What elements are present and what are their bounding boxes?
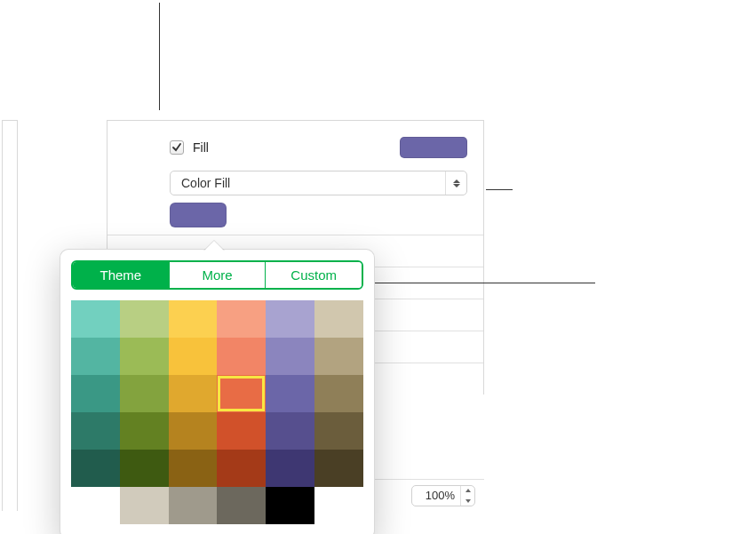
fill-color-well[interactable]: [170, 203, 227, 227]
color-swatch[interactable]: [169, 487, 218, 524]
color-swatch[interactable]: [217, 450, 266, 487]
color-swatch[interactable]: [120, 450, 169, 487]
color-swatch[interactable]: [71, 300, 120, 338]
color-swatch[interactable]: [217, 338, 266, 375]
color-swatch[interactable]: [266, 450, 314, 487]
color-swatch[interactable]: [120, 412, 169, 450]
callout-line: [373, 283, 595, 283]
color-swatch[interactable]: [169, 338, 218, 375]
stepper-up-icon[interactable]: [461, 485, 474, 496]
color-swatch[interactable]: [120, 300, 169, 338]
color-swatch[interactable]: [266, 375, 314, 412]
callout-line: [159, 3, 160, 110]
chevron-updown-icon: [445, 171, 466, 195]
color-swatch[interactable]: [217, 487, 266, 524]
color-swatch[interactable]: [266, 300, 314, 338]
color-swatch[interactable]: [314, 375, 363, 412]
color-swatch[interactable]: [314, 450, 363, 487]
color-swatch[interactable]: [266, 412, 314, 450]
color-swatch[interactable]: [71, 450, 120, 487]
color-swatch[interactable]: [217, 375, 266, 412]
checkmark-icon: [171, 142, 182, 153]
color-swatch[interactable]: [120, 487, 169, 524]
stepper-down-icon[interactable]: [461, 496, 474, 506]
color-swatch[interactable]: [71, 338, 120, 375]
fill-type-dropdown[interactable]: Color Fill: [170, 171, 467, 195]
zoom-stepper[interactable]: [460, 485, 474, 506]
color-swatch[interactable]: [169, 375, 218, 412]
fill-preview-swatch[interactable]: [400, 137, 467, 158]
fill-checkbox[interactable]: [170, 140, 184, 155]
color-swatch[interactable]: [217, 300, 266, 338]
scroll-gutter: [2, 120, 18, 511]
color-swatch[interactable]: [217, 412, 266, 450]
zoom-field[interactable]: 100%: [411, 485, 475, 506]
color-swatch[interactable]: [71, 487, 120, 524]
color-swatch[interactable]: [314, 300, 363, 338]
color-swatch[interactable]: [169, 450, 218, 487]
color-swatch[interactable]: [120, 375, 169, 412]
tab-more[interactable]: More: [169, 262, 266, 288]
color-swatch[interactable]: [266, 487, 314, 524]
fill-label: Fill: [193, 140, 209, 155]
fill-row: Fill: [107, 121, 483, 165]
color-swatch[interactable]: [266, 338, 314, 375]
color-swatch[interactable]: [120, 338, 169, 375]
color-swatch[interactable]: [71, 412, 120, 450]
zoom-value: 100%: [412, 489, 460, 502]
color-swatch[interactable]: [314, 412, 363, 450]
color-swatch[interactable]: [169, 412, 218, 450]
color-popover: Theme More Custom: [60, 249, 375, 534]
callout-line: [486, 189, 513, 190]
color-popover-tabs: Theme More Custom: [71, 260, 363, 290]
color-swatch[interactable]: [71, 375, 120, 412]
color-swatch[interactable]: [169, 300, 218, 338]
fill-type-value: Color Fill: [181, 176, 230, 190]
color-swatch-grid: [71, 300, 363, 524]
color-swatch[interactable]: [314, 338, 363, 375]
tab-theme[interactable]: Theme: [73, 262, 169, 288]
tab-custom[interactable]: Custom: [265, 262, 362, 288]
